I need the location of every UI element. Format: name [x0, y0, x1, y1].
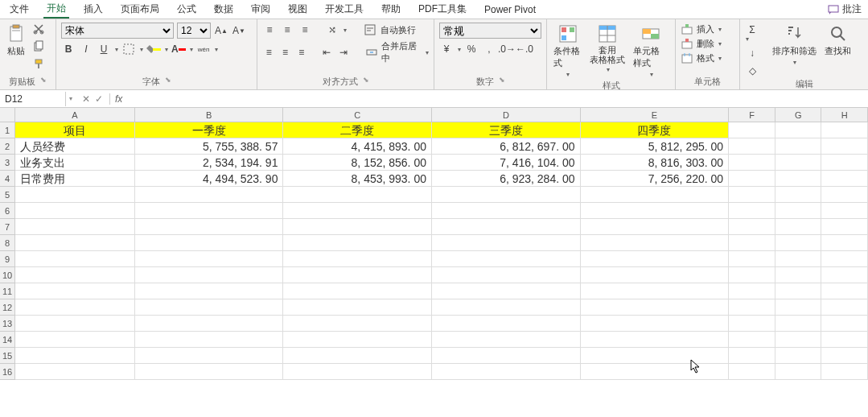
cell-F12[interactable]: [729, 299, 775, 316]
cell-B7[interactable]: [135, 219, 284, 235]
cell-D10[interactable]: [432, 267, 581, 283]
cell-C9[interactable]: [283, 251, 432, 267]
cell-H14[interactable]: [821, 332, 868, 348]
align-right-icon[interactable]: ≡: [295, 45, 308, 60]
cell-H9[interactable]: [821, 251, 868, 267]
phonetic-button[interactable]: wén: [196, 42, 211, 56]
cell-G3[interactable]: [775, 155, 822, 171]
tab-开始[interactable]: 开始: [43, 0, 69, 19]
row-header-16[interactable]: 16: [0, 364, 15, 380]
cell-F10[interactable]: [729, 267, 775, 283]
wrap-text-icon[interactable]: [363, 23, 377, 37]
tab-开发工具[interactable]: 开发工具: [322, 1, 367, 18]
cut-icon[interactable]: [32, 23, 45, 35]
cell-A14[interactable]: [15, 332, 135, 348]
align-launcher[interactable]: ⬊: [363, 76, 369, 88]
row-header-5[interactable]: 5: [0, 187, 15, 203]
cell-D2[interactable]: 6, 812, 697. 00: [432, 138, 581, 155]
indent-increase-icon[interactable]: ⇥: [337, 45, 350, 60]
cell-C8[interactable]: [283, 235, 432, 251]
cell-C11[interactable]: [283, 283, 432, 299]
font-launcher[interactable]: ⬊: [165, 76, 171, 88]
cell-E13[interactable]: [581, 316, 730, 332]
cell-A10[interactable]: [15, 267, 135, 283]
insert-button[interactable]: 插入▾: [681, 23, 722, 35]
align-center-icon[interactable]: ≡: [278, 45, 291, 60]
increase-font-icon[interactable]: A▲: [214, 23, 228, 38]
row-header-4[interactable]: 4: [0, 171, 15, 187]
cell-E1[interactable]: 四季度: [581, 122, 730, 138]
cell-C2[interactable]: 4, 415, 893. 00: [283, 138, 432, 155]
col-header-B[interactable]: B: [135, 108, 284, 122]
col-header-G[interactable]: G: [775, 108, 822, 122]
formula-input[interactable]: [127, 97, 868, 101]
cell-D6[interactable]: [432, 203, 581, 219]
row-header-15[interactable]: 15: [0, 348, 15, 364]
cell-E15[interactable]: [581, 348, 730, 364]
cell-F14[interactable]: [729, 332, 775, 348]
clear-icon[interactable]: ◇: [745, 64, 759, 78]
cell-C10[interactable]: [283, 267, 432, 283]
cell-H12[interactable]: [821, 299, 868, 316]
cell-C12[interactable]: [283, 299, 432, 316]
cell-B8[interactable]: [135, 235, 284, 251]
bold-button[interactable]: B: [61, 42, 76, 56]
cell-A5[interactable]: [15, 187, 135, 203]
cell-F2[interactable]: [729, 138, 775, 155]
format-table-button[interactable]: 套用 表格格式▾: [588, 23, 627, 75]
cell-A2[interactable]: 人员经费: [15, 138, 135, 155]
clipboard-launcher[interactable]: ⬊: [40, 76, 47, 88]
cell-B12[interactable]: [135, 299, 284, 316]
cell-D8[interactable]: [432, 235, 581, 251]
row-header-3[interactable]: 3: [0, 155, 15, 171]
cell-F7[interactable]: [729, 219, 775, 235]
merge-label[interactable]: 合并后居中: [381, 40, 422, 64]
cell-H1[interactable]: [821, 122, 868, 138]
font-color-button[interactable]: A: [171, 42, 186, 56]
cell-G13[interactable]: [775, 316, 822, 332]
col-header-C[interactable]: C: [283, 108, 432, 122]
cell-G14[interactable]: [775, 332, 822, 348]
cell-E2[interactable]: 5, 812, 295. 00: [581, 138, 730, 155]
cell-H13[interactable]: [821, 316, 868, 332]
cell-F13[interactable]: [729, 316, 775, 332]
cell-H8[interactable]: [821, 235, 868, 251]
cell-G12[interactable]: [775, 299, 822, 316]
cell-H2[interactable]: [821, 138, 868, 155]
cell-F8[interactable]: [729, 235, 775, 251]
cell-D11[interactable]: [432, 283, 581, 299]
number-launcher[interactable]: ⬊: [499, 76, 505, 88]
cell-H6[interactable]: [821, 203, 868, 219]
cell-E16[interactable]: [581, 364, 730, 380]
row-header-8[interactable]: 8: [0, 235, 15, 251]
col-header-E[interactable]: E: [581, 108, 730, 122]
cell-grid[interactable]: 项目一季度二季度三季度四季度人员经费5, 755, 388. 574, 415,…: [15, 122, 868, 380]
cell-H7[interactable]: [821, 219, 868, 235]
cell-D15[interactable]: [432, 348, 581, 364]
cell-F9[interactable]: [729, 251, 775, 267]
cell-G9[interactable]: [775, 251, 822, 267]
cell-B3[interactable]: 2, 534, 194. 91: [135, 155, 284, 171]
cell-B1[interactable]: 一季度: [135, 122, 284, 138]
row-header-2[interactable]: 2: [0, 138, 15, 155]
cell-H15[interactable]: [821, 348, 868, 364]
cell-E8[interactable]: [581, 235, 730, 251]
enter-icon[interactable]: ✓: [95, 93, 103, 105]
name-box-dropdown[interactable]: ▾: [66, 95, 76, 102]
italic-button[interactable]: I: [79, 42, 93, 56]
cell-A7[interactable]: [15, 219, 135, 235]
cell-C1[interactable]: 二季度: [283, 122, 432, 138]
border-button[interactable]: [121, 42, 136, 56]
delete-button[interactable]: 删除▾: [681, 37, 722, 50]
format-button[interactable]: 格式▾: [681, 52, 722, 64]
cell-D3[interactable]: 7, 416, 104. 00: [432, 155, 581, 171]
cell-D16[interactable]: [432, 364, 581, 380]
cell-D13[interactable]: [432, 316, 581, 332]
tab-公式[interactable]: 公式: [174, 1, 200, 18]
indent-decrease-icon[interactable]: ⇤: [320, 45, 333, 60]
font-name-select[interactable]: 宋体: [61, 23, 174, 39]
cell-G10[interactable]: [775, 267, 822, 283]
cell-styles-button[interactable]: 单元格样式▾: [631, 23, 670, 80]
row-header-10[interactable]: 10: [0, 267, 15, 283]
cell-H11[interactable]: [821, 283, 868, 299]
